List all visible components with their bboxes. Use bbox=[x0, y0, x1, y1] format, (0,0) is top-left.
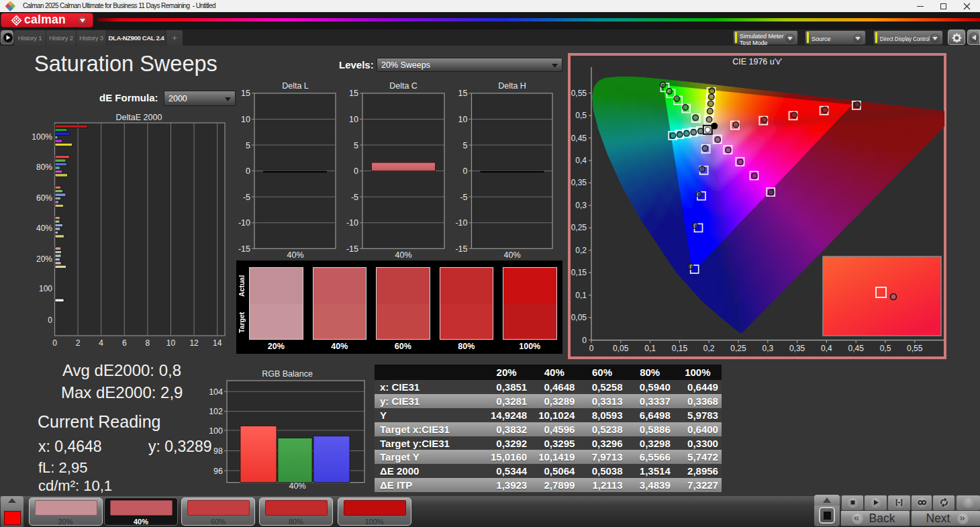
svg-text:Delta H: Delta H bbox=[498, 81, 526, 91]
svg-text:60%: 60% bbox=[36, 193, 52, 203]
svg-text:-5: -5 bbox=[351, 193, 358, 202]
svg-text:0,3: 0,3 bbox=[575, 201, 587, 210]
svg-text:-15: -15 bbox=[238, 244, 250, 254]
svg-text:DeltaE 2000: DeltaE 2000 bbox=[116, 113, 162, 122]
svg-text:-10: -10 bbox=[346, 218, 358, 228]
svg-text:0: 0 bbox=[589, 344, 594, 353]
svg-text:10: 10 bbox=[166, 338, 176, 348]
svg-text:0: 0 bbox=[52, 338, 57, 348]
svg-text:-10: -10 bbox=[238, 218, 250, 228]
svg-text:12: 12 bbox=[189, 338, 199, 348]
svg-text:0,35: 0,35 bbox=[571, 178, 587, 187]
svg-text:0,05: 0,05 bbox=[613, 344, 629, 353]
svg-text:15: 15 bbox=[349, 89, 358, 98]
svg-text:98: 98 bbox=[213, 446, 223, 456]
svg-text:100%: 100% bbox=[32, 132, 52, 142]
svg-text:20%: 20% bbox=[36, 254, 52, 264]
svg-text:6: 6 bbox=[122, 338, 127, 348]
svg-text:0,1: 0,1 bbox=[575, 291, 587, 300]
svg-text:0,4: 0,4 bbox=[575, 156, 587, 165]
svg-text:0: 0 bbox=[48, 316, 52, 325]
svg-text:0,25: 0,25 bbox=[730, 344, 746, 353]
svg-text:96: 96 bbox=[213, 467, 223, 476]
svg-text:5: 5 bbox=[354, 141, 358, 150]
svg-text:0: 0 bbox=[246, 166, 250, 176]
svg-text:0: 0 bbox=[354, 166, 358, 176]
svg-text:5: 5 bbox=[246, 141, 250, 150]
svg-text:2: 2 bbox=[76, 338, 81, 348]
svg-text:0,3: 0,3 bbox=[762, 344, 773, 353]
svg-text:0,45: 0,45 bbox=[571, 134, 587, 143]
svg-text:15: 15 bbox=[241, 89, 250, 98]
svg-text:0,55: 0,55 bbox=[907, 344, 923, 353]
svg-text:0: 0 bbox=[463, 166, 468, 176]
svg-text:4: 4 bbox=[99, 338, 103, 348]
svg-text:40%: 40% bbox=[289, 481, 305, 491]
svg-text:10: 10 bbox=[458, 115, 468, 124]
svg-text:0,5: 0,5 bbox=[575, 111, 587, 120]
svg-text:102: 102 bbox=[209, 407, 223, 416]
svg-text:80%: 80% bbox=[36, 162, 52, 172]
svg-text:15: 15 bbox=[458, 89, 468, 98]
svg-text:5: 5 bbox=[463, 141, 468, 150]
svg-text:-10: -10 bbox=[455, 218, 467, 228]
svg-text:40%: 40% bbox=[395, 250, 411, 260]
svg-text:0,1: 0,1 bbox=[644, 344, 656, 353]
svg-text:-5: -5 bbox=[243, 193, 250, 202]
svg-text:Delta L: Delta L bbox=[282, 81, 309, 91]
svg-text:8: 8 bbox=[146, 338, 150, 348]
svg-text:100: 100 bbox=[39, 284, 52, 293]
svg-text:RGB Balance: RGB Balance bbox=[262, 369, 313, 379]
svg-text:0,2: 0,2 bbox=[575, 246, 587, 255]
svg-text:0,15: 0,15 bbox=[571, 268, 587, 277]
svg-text:0,55: 0,55 bbox=[571, 89, 587, 98]
svg-text:0,4: 0,4 bbox=[821, 344, 832, 353]
svg-text:104: 104 bbox=[209, 387, 223, 397]
svg-text:0,35: 0,35 bbox=[789, 344, 805, 353]
svg-text:40%: 40% bbox=[287, 250, 303, 260]
svg-text:-5: -5 bbox=[460, 193, 467, 202]
svg-text:0,45: 0,45 bbox=[848, 344, 865, 353]
svg-text:0,2: 0,2 bbox=[703, 344, 715, 353]
svg-text:-15: -15 bbox=[346, 244, 358, 254]
svg-text:40%: 40% bbox=[503, 250, 520, 260]
svg-text:100: 100 bbox=[209, 426, 223, 436]
svg-text:0,25: 0,25 bbox=[571, 223, 587, 232]
svg-text:10: 10 bbox=[241, 115, 250, 124]
svg-text:-15: -15 bbox=[455, 244, 467, 254]
svg-text:0,5: 0,5 bbox=[880, 344, 891, 353]
svg-text:0,05: 0,05 bbox=[571, 313, 587, 322]
svg-text:10: 10 bbox=[349, 115, 358, 124]
svg-text:0: 0 bbox=[582, 336, 587, 345]
svg-text:0,15: 0,15 bbox=[672, 344, 688, 353]
svg-text:Delta C: Delta C bbox=[389, 81, 418, 91]
svg-text:CIE 1976 u'v': CIE 1976 u'v' bbox=[732, 57, 782, 66]
svg-text:40%: 40% bbox=[36, 224, 52, 233]
svg-text:14: 14 bbox=[213, 338, 222, 348]
